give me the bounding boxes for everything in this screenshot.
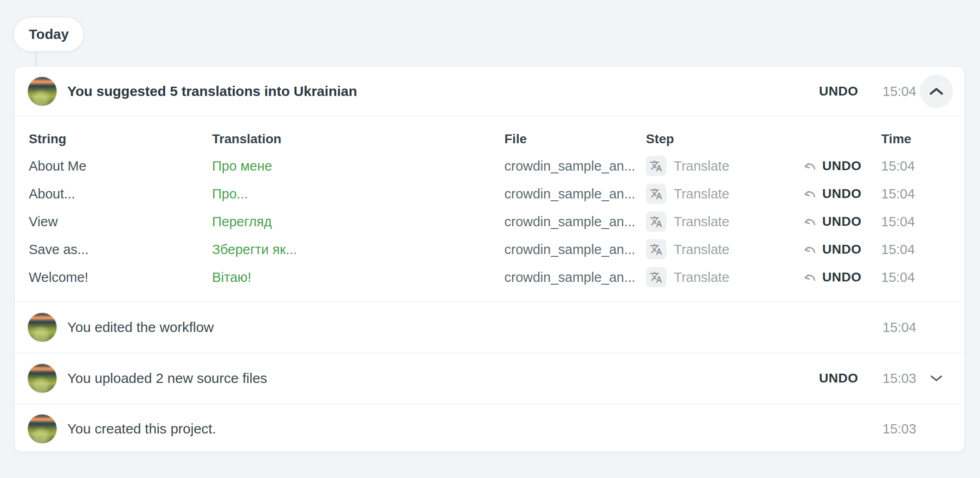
table-header: String Translation File Step Time [15,126,964,152]
activity-row-edited: You edited the workflow 15:04 [15,302,964,353]
col-header-translation: Translation [212,132,504,147]
string-cell: View [29,214,212,229]
activity-text: You edited the workflow [67,319,214,335]
undo-button[interactable]: UNDO [822,186,861,201]
translation-cell: Про... [212,186,504,202]
time-cell: 15:04 [881,186,965,202]
step-label: Translate [674,186,729,202]
undo-arrow-icon [804,217,818,227]
col-header-time: Time [881,132,965,147]
step-cell: Translate [646,239,804,260]
time-cell: 15:04 [881,242,965,257]
undo-cell: UNDO [804,214,881,229]
avatar [27,414,58,444]
translate-icon [646,267,666,287]
translation-cell: Про мене [212,159,504,174]
avatar [27,312,58,343]
chevron-up-icon [929,87,943,96]
file-cell: crowdin_sample_an... [504,242,646,257]
undo-cell: UNDO [804,270,881,285]
activity-time: 15:04 [883,83,916,99]
activity-row-suggested[interactable]: You suggested 5 translations into Ukrain… [15,67,964,115]
translate-icon [646,184,666,204]
undo-button[interactable]: UNDO [822,214,861,229]
date-pill-label: Today [29,26,69,42]
activity-time: 15:03 [883,371,916,386]
undo-cell: UNDO [804,186,881,201]
time-cell: 15:04 [881,214,965,229]
translate-icon [646,239,666,260]
collapse-button[interactable] [920,75,953,108]
step-label: Translate [674,270,729,285]
activity-text: You uploaded 2 new source files [67,370,267,386]
undo-cell: UNDO [804,242,881,257]
string-cell: About... [29,186,212,202]
activity-page: Today You suggested 5 translations into … [0,0,980,478]
col-header-string: String [29,132,212,147]
avatar [27,76,58,107]
activity-card: You suggested 5 translations into Ukrain… [14,66,965,452]
undo-button[interactable]: UNDO [822,270,861,285]
translation-cell: Зберегти як... [212,242,504,257]
step-cell: Translate [646,211,804,232]
string-cell: Save as... [29,242,212,257]
translation-cell: Перегляд [212,214,504,229]
step-label: Translate [674,159,729,174]
undo-arrow-icon [804,161,818,171]
step-cell: Translate [646,184,804,204]
undo-arrow-icon [804,189,818,199]
translate-icon [646,211,666,232]
expand-button[interactable] [925,367,948,389]
timeline-connector [35,52,37,67]
undo-cell: UNDO [804,159,881,173]
activity-text: You created this project. [67,421,216,437]
activity-row-created: You created this project. 15:03 [15,404,964,454]
date-pill: Today [13,17,84,52]
string-cell: About Me [29,159,212,174]
time-cell: 15:04 [881,159,965,174]
undo-button[interactable]: UNDO [819,84,858,99]
activity-row-uploaded[interactable]: You uploaded 2 new source files UNDO 15:… [15,353,964,403]
col-header-file: File [504,132,646,147]
step-label: Translate [674,242,729,257]
file-cell: crowdin_sample_an... [504,159,646,174]
file-cell: crowdin_sample_an... [504,186,646,202]
activity-time: 15:03 [883,421,916,437]
string-cell: Welcome! [29,270,212,285]
activity-time: 15:04 [883,320,916,335]
time-cell: 15:04 [881,270,965,285]
undo-button[interactable]: UNDO [819,371,858,386]
table-row: About... Про... crowdin_sample_an... Tra… [15,180,964,208]
chevron-down-icon [930,375,943,382]
step-cell: Translate [646,267,804,287]
translation-cell: Вітаю! [212,270,504,285]
step-cell: Translate [646,156,804,176]
translate-icon [646,156,666,176]
table-row: View Перегляд crowdin_sample_an... Trans… [15,208,964,236]
col-header-step: Step [646,132,804,147]
translations-table: String Translation File Step Time About … [15,116,964,301]
avatar [27,363,58,394]
step-label: Translate [674,214,729,229]
undo-button[interactable]: UNDO [822,159,861,173]
file-cell: crowdin_sample_an... [504,270,646,285]
table-row: About Me Про мене crowdin_sample_an... T… [15,152,964,180]
undo-button[interactable]: UNDO [822,242,861,257]
activity-text: You suggested 5 translations into Ukrain… [67,83,357,99]
undo-arrow-icon [804,272,818,282]
file-cell: crowdin_sample_an... [504,214,646,229]
table-row: Save as... Зберегти як... crowdin_sample… [15,236,964,263]
undo-arrow-icon [804,244,818,255]
table-row: Welcome! Вітаю! crowdin_sample_an... Tra… [15,263,964,291]
